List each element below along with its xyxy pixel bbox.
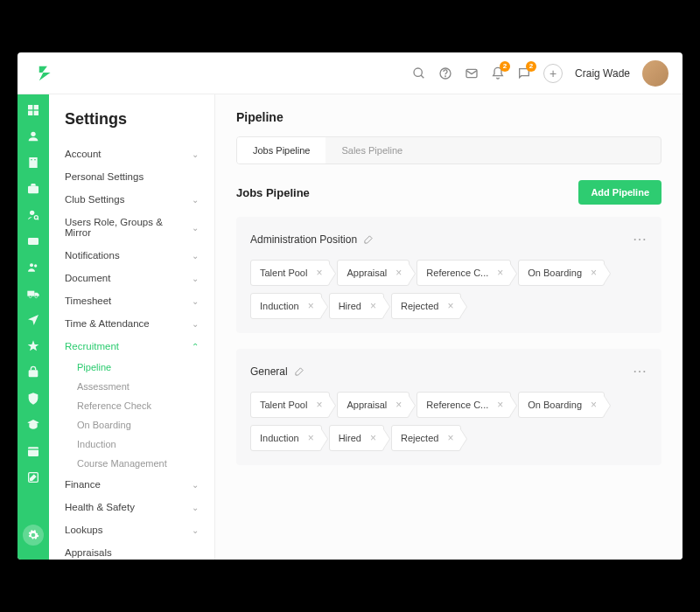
nav-item-appraisals[interactable]: Appraisals: [49, 541, 214, 560]
search-icon[interactable]: [412, 66, 426, 80]
nav-item-personal-settings[interactable]: Personal Settings: [49, 165, 214, 188]
tab-jobs-pipeline[interactable]: Jobs Pipeline: [237, 137, 326, 163]
rail-building-icon[interactable]: [26, 156, 40, 170]
edit-icon[interactable]: [288, 364, 304, 379]
stage-chip[interactable]: On Boarding×: [518, 392, 605, 418]
nav-item-users-role-groups-mirror[interactable]: Users Role, Groups & Mirror⌄: [49, 211, 214, 244]
more-icon[interactable]: ⋯: [633, 231, 648, 247]
stage-chip[interactable]: Appraisal×: [337, 392, 410, 418]
rail-briefcase-icon[interactable]: [26, 182, 40, 196]
chevron-down-icon: ⌄: [192, 480, 199, 490]
remove-stage-icon[interactable]: ×: [308, 432, 314, 444]
bell-icon[interactable]: 2: [491, 66, 505, 80]
remove-stage-icon[interactable]: ×: [497, 267, 503, 279]
svg-rect-8: [34, 111, 38, 115]
sub-item-assessment[interactable]: Assessment: [49, 377, 214, 396]
sub-item-reference-check[interactable]: Reference Check: [49, 396, 214, 415]
tab-sales-pipeline[interactable]: Sales Pipeline: [326, 137, 418, 163]
nav-item-account[interactable]: Account⌄: [49, 143, 214, 165]
svg-point-9: [31, 132, 35, 136]
sub-item-course-management[interactable]: Course Management: [49, 454, 214, 473]
chevron-down-icon: ⌄: [192, 223, 199, 233]
stage-chip[interactable]: Reference C...×: [416, 260, 511, 286]
svg-rect-11: [31, 159, 32, 160]
stage-chip[interactable]: Induction×: [250, 293, 322, 319]
stage-chip[interactable]: Talent Pool×: [250, 392, 330, 418]
stage-chip[interactable]: Induction×: [250, 425, 322, 451]
nav-item-recruitment[interactable]: Recruitment⌃: [49, 335, 214, 358]
rail-location-icon[interactable]: [26, 313, 40, 327]
avatar[interactable]: [642, 60, 668, 87]
svg-point-3: [445, 76, 446, 77]
stage-label: Induction: [260, 301, 299, 311]
stage-chip[interactable]: Reference C...×: [416, 392, 511, 418]
svg-point-22: [35, 296, 38, 298]
rail-star-icon[interactable]: [26, 339, 40, 353]
help-icon[interactable]: [438, 66, 452, 80]
stage-chip[interactable]: Rejected×: [391, 293, 461, 319]
remove-stage-icon[interactable]: ×: [447, 300, 453, 312]
stage-chip[interactable]: Hired×: [329, 425, 384, 451]
user-name: Craig Wade: [575, 67, 630, 80]
app-logo: [37, 64, 56, 83]
stage-chip[interactable]: Appraisal×: [337, 260, 410, 286]
nav-item-lookups[interactable]: Lookups⌄: [49, 518, 214, 541]
rail-user-icon[interactable]: [26, 129, 40, 143]
rail-search-user-icon[interactable]: [26, 208, 40, 222]
rail-settings-icon[interactable]: [23, 525, 44, 546]
remove-stage-icon[interactable]: ×: [316, 399, 322, 411]
sidebar-title: Settings: [49, 110, 214, 143]
remove-stage-icon[interactable]: ×: [316, 267, 322, 279]
rail-truck-icon[interactable]: [26, 287, 40, 301]
nav-item-time-attendance[interactable]: Time & Attendance⌄: [49, 312, 214, 335]
rail-dashboard-icon[interactable]: [26, 103, 40, 117]
remove-stage-icon[interactable]: ×: [396, 399, 402, 411]
chat-icon[interactable]: 2: [517, 66, 531, 80]
page-title: Pipeline: [236, 110, 662, 124]
nav-item-club-settings[interactable]: Club Settings⌄: [49, 188, 214, 211]
svg-point-19: [34, 264, 37, 267]
svg-point-21: [29, 296, 32, 298]
notification-badge: 2: [500, 61, 510, 72]
remove-stage-icon[interactable]: ×: [591, 267, 597, 279]
nav-item-timesheet[interactable]: Timesheet⌄: [49, 289, 214, 312]
rail-bag-icon[interactable]: [26, 365, 40, 379]
stage-label: Hired: [339, 433, 361, 443]
remove-stage-icon[interactable]: ×: [370, 300, 376, 312]
nav-item-document[interactable]: Document⌄: [49, 267, 214, 289]
rail-graduation-icon[interactable]: [26, 418, 40, 432]
sub-item-pipeline[interactable]: Pipeline: [49, 358, 214, 377]
stage-chip[interactable]: Talent Pool×: [250, 260, 330, 286]
remove-stage-icon[interactable]: ×: [308, 300, 314, 312]
remove-stage-icon[interactable]: ×: [497, 399, 503, 411]
chat-badge: 2: [526, 61, 536, 72]
mail-icon[interactable]: [465, 66, 479, 80]
remove-stage-icon[interactable]: ×: [396, 267, 402, 279]
edit-icon[interactable]: [357, 232, 374, 247]
nav-item-notifications[interactable]: Notifications⌄: [49, 244, 214, 267]
stage-label: Talent Pool: [260, 268, 307, 278]
sub-item-induction[interactable]: Induction: [49, 435, 214, 454]
nav-item-finance[interactable]: Finance⌄: [49, 473, 214, 496]
nav-item-label: Finance: [65, 479, 101, 490]
nav-item-label: Users Role, Groups & Mirror: [65, 217, 192, 238]
sub-item-on-boarding[interactable]: On Boarding: [49, 415, 214, 435]
main-content: Pipeline Jobs PipelineSales Pipeline Job…: [215, 94, 682, 560]
add-pipeline-button[interactable]: Add Pipeline: [578, 180, 662, 205]
stage-chip[interactable]: On Boarding×: [518, 260, 605, 286]
rail-edit-icon[interactable]: [26, 470, 40, 484]
rail-shield-icon[interactable]: [26, 392, 40, 406]
remove-stage-icon[interactable]: ×: [370, 432, 376, 444]
stage-chip[interactable]: Rejected×: [391, 425, 461, 451]
add-button[interactable]: +: [543, 64, 563, 83]
more-icon[interactable]: ⋯: [633, 363, 648, 379]
stage-label: Rejected: [401, 433, 438, 443]
stage-chip[interactable]: Hired×: [329, 293, 384, 319]
nav-item-health-safety[interactable]: Health & Safety⌄: [49, 496, 214, 518]
svg-rect-6: [34, 105, 38, 109]
remove-stage-icon[interactable]: ×: [447, 432, 453, 444]
rail-calendar-icon[interactable]: [26, 444, 40, 458]
rail-users-icon[interactable]: [26, 261, 40, 275]
rail-card-icon[interactable]: [26, 234, 40, 248]
remove-stage-icon[interactable]: ×: [591, 399, 597, 411]
